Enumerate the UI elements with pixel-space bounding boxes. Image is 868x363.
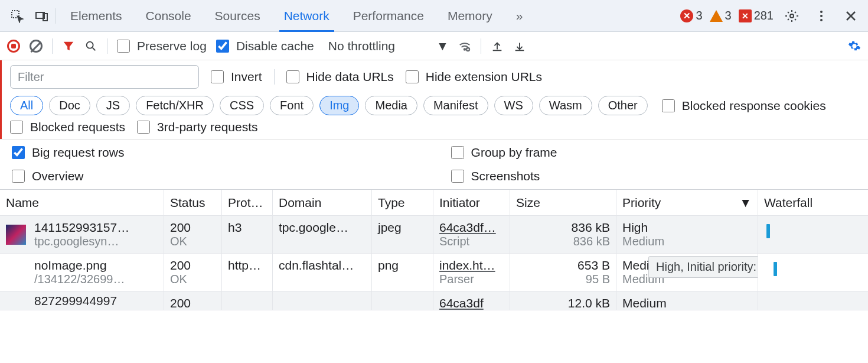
requests-table: Name Status Prot… Domain Type Initiator … — [0, 189, 868, 310]
protocol-cell: http… — [222, 254, 273, 291]
protocol-cell: h3 — [222, 216, 273, 253]
record-button[interactable] — [7, 40, 20, 53]
hide-extension-urls-checkbox[interactable]: Hide extension URLs — [406, 70, 542, 84]
clear-button[interactable] — [30, 40, 43, 53]
separator — [52, 38, 53, 54]
waterfall-bar — [766, 224, 770, 238]
pill-manifest[interactable]: Manifest — [423, 96, 488, 115]
device-toggle-icon[interactable] — [31, 5, 53, 27]
status-code: 200 — [170, 221, 216, 235]
group-by-frame-checkbox[interactable]: Group by frame — [451, 145, 856, 160]
tab-network[interactable]: Network — [284, 0, 329, 31]
col-protocol[interactable]: Prot… — [222, 190, 273, 215]
tab-elements[interactable]: Elements — [70, 0, 122, 31]
gear-icon[interactable] — [781, 5, 803, 27]
network-conditions-icon[interactable] — [458, 40, 471, 53]
pill-other[interactable]: Other — [598, 96, 648, 115]
tab-performance[interactable]: Performance — [353, 0, 424, 31]
initiator-link[interactable]: 64ca3df… — [439, 221, 504, 235]
pill-css[interactable]: CSS — [220, 96, 264, 115]
upload-har-icon[interactable] — [491, 40, 504, 53]
blocked-response-cookies-checkbox[interactable]: Blocked response cookies — [662, 99, 826, 113]
col-initiator[interactable]: Initiator — [433, 190, 510, 215]
separator — [56, 8, 56, 24]
size-resource: 95 B — [516, 273, 610, 286]
initiator-link[interactable]: index.ht… — [439, 258, 504, 273]
type-cell: jpeg — [372, 216, 433, 253]
disable-cache-input[interactable] — [216, 40, 229, 53]
col-domain[interactable]: Domain — [273, 190, 372, 215]
warning-icon — [710, 10, 723, 22]
tab-console[interactable]: Console — [146, 0, 191, 31]
view-options: Big request rows Overview Group by frame… — [0, 139, 868, 189]
tab-sources[interactable]: Sources — [215, 0, 260, 31]
status-text: OK — [170, 273, 216, 286]
big-request-rows-checkbox[interactable]: Big request rows — [12, 145, 417, 160]
col-name[interactable]: Name — [0, 190, 164, 215]
svg-point-4 — [820, 11, 823, 13]
blocked-requests-checkbox[interactable]: Blocked requests — [10, 120, 125, 134]
search-icon[interactable] — [84, 40, 97, 53]
sort-indicator-icon: ▼ — [739, 196, 752, 210]
close-icon[interactable] — [840, 5, 862, 27]
download-har-icon[interactable] — [513, 40, 526, 53]
issues-value: 281 — [754, 9, 774, 22]
table-row[interactable]: noImage.png /134122/32699… 200 OK http… … — [0, 254, 868, 291]
table-row[interactable]: 141152993157… tpc.googlesyn… 200 OK h3 t… — [0, 216, 868, 254]
pill-js[interactable]: JS — [96, 96, 130, 115]
pill-doc[interactable]: Doc — [49, 96, 90, 115]
disable-cache-checkbox[interactable]: Disable cache — [216, 39, 314, 53]
pill-wasm[interactable]: Wasm — [539, 96, 592, 115]
error-icon: ✕ — [680, 9, 693, 22]
warnings-value: 3 — [725, 9, 732, 22]
invert-checkbox[interactable]: Invert — [211, 70, 262, 84]
separator — [274, 69, 275, 85]
filter-toggle-icon[interactable] — [62, 40, 75, 53]
thumbnail-icon — [6, 225, 26, 245]
pill-fetch-xhr[interactable]: Fetch/XHR — [136, 96, 214, 115]
pill-ws[interactable]: WS — [494, 96, 533, 115]
initiator-link[interactable]: 64ca3df — [439, 296, 504, 310]
inspect-icon[interactable] — [6, 5, 28, 27]
separator — [107, 38, 107, 54]
pill-img[interactable]: Img — [319, 96, 359, 115]
issue-icon: ✕ — [739, 9, 752, 22]
col-waterfall[interactable]: Waterfall — [758, 190, 868, 215]
type-cell: png — [372, 254, 433, 291]
svg-point-8 — [464, 48, 465, 50]
throttling-select[interactable]: No throttling ▼ — [324, 39, 449, 53]
kebab-icon[interactable] — [810, 5, 833, 27]
issues-count[interactable]: ✕ 281 — [739, 9, 774, 22]
overview-checkbox[interactable]: Overview — [12, 169, 417, 183]
filter-row: Invert Hide data URLs Hide extension URL… — [2, 60, 868, 93]
errors-count[interactable]: ✕ 3 — [680, 9, 702, 22]
screenshots-checkbox[interactable]: Screenshots — [451, 169, 856, 183]
domain-cell: tpc.google… — [273, 216, 372, 253]
type-filter-pills: All Doc JS Fetch/XHR CSS Font Img Media … — [2, 93, 868, 120]
settings-gear-icon[interactable] — [848, 40, 861, 53]
request-name: noImage.png — [34, 258, 125, 273]
warnings-count[interactable]: 3 — [710, 9, 732, 22]
pill-font[interactable]: Font — [270, 96, 314, 115]
chevron-down-icon: ▼ — [436, 39, 449, 53]
preserve-log-checkbox[interactable]: Preserve log — [117, 39, 207, 53]
col-priority[interactable]: Priority ▼ — [616, 190, 758, 215]
table-row[interactable]: 827299944997 200 64ca3df 12.0 kB Medium — [0, 291, 868, 310]
svg-point-7 — [87, 41, 93, 48]
col-type[interactable]: Type — [372, 190, 433, 215]
pill-all[interactable]: All — [10, 96, 43, 115]
domain-cell: cdn.flashtal… — [273, 254, 372, 291]
size-transfer: 653 B — [516, 258, 610, 273]
third-party-checkbox[interactable]: 3rd-party requests — [137, 120, 257, 134]
filter-input[interactable] — [10, 65, 199, 89]
status-code: 200 — [170, 296, 216, 310]
request-path: tpc.googlesyn… — [34, 235, 129, 248]
tab-memory[interactable]: Memory — [448, 0, 492, 31]
tab-more[interactable]: » — [516, 0, 523, 31]
pill-media[interactable]: Media — [365, 96, 417, 115]
col-size[interactable]: Size — [510, 190, 616, 215]
hide-data-urls-checkbox[interactable]: Hide data URLs — [286, 70, 394, 84]
col-status[interactable]: Status — [164, 190, 222, 215]
preserve-log-input[interactable] — [117, 40, 130, 53]
devtools-tab-strip: Elements Console Sources Network Perform… — [0, 0, 868, 32]
